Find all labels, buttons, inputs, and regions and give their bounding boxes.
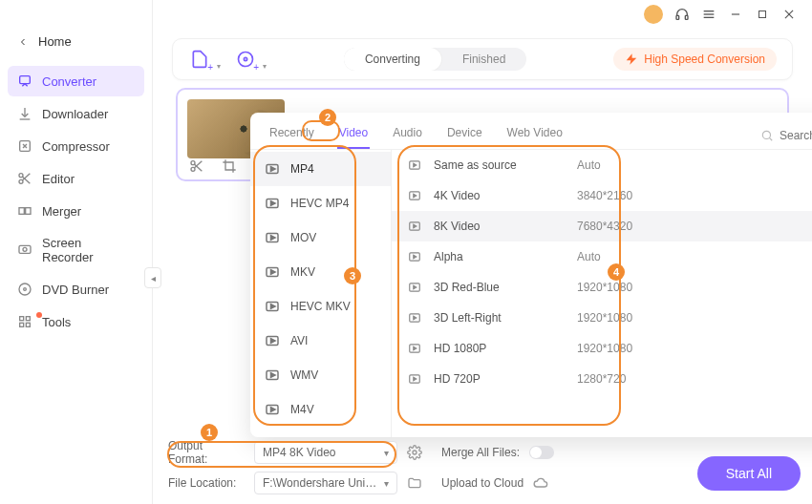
- format-m4v[interactable]: M4V: [250, 392, 391, 427]
- merger-icon: [17, 203, 32, 219]
- resolution-dim: 1920*1080: [577, 311, 720, 325]
- sidebar-home[interactable]: Home: [8, 29, 144, 54]
- format-avi[interactable]: AVI: [250, 324, 391, 358]
- tab-device[interactable]: Device: [445, 122, 484, 149]
- svg-rect-17: [19, 245, 31, 253]
- search-input[interactable]: [780, 129, 812, 142]
- output-format-label: Output Format:: [168, 439, 245, 466]
- crop-icon[interactable]: [222, 158, 237, 174]
- resolution-label: 8K Video: [434, 220, 577, 233]
- play-icon: [407, 341, 422, 356]
- video-format-icon: [264, 195, 281, 212]
- settings-icon[interactable]: [407, 445, 422, 460]
- converter-icon: [17, 74, 32, 89]
- format-label: HEVC MP4: [290, 197, 349, 210]
- sidebar-item-label: Downloader: [42, 107, 108, 121]
- format-search[interactable]: [760, 129, 812, 142]
- resolution-dim: Auto: [577, 250, 720, 263]
- svg-marker-47: [271, 373, 276, 378]
- svg-marker-45: [271, 339, 276, 344]
- video-format-icon: [264, 229, 281, 246]
- format-hevc-mp4[interactable]: HEVC MP4: [250, 186, 391, 220]
- resolution-dim: 3840*2160: [577, 189, 720, 202]
- tab-finished[interactable]: Finished: [441, 48, 526, 71]
- merge-all-label: Merge All Files:: [441, 446, 520, 459]
- resolution-label: 4K Video: [434, 189, 577, 202]
- resolution-label: HD 1080P: [434, 342, 577, 355]
- format-mp4[interactable]: MP4: [250, 152, 391, 186]
- format-mov[interactable]: MOV: [250, 220, 391, 255]
- file-location-select[interactable]: F:\Wondershare UniConverter 1 ▾: [254, 472, 397, 494]
- resolution-label: 3D Red-Blue: [434, 281, 577, 294]
- play-icon: [407, 188, 422, 203]
- chevron-left-icon: [17, 36, 29, 48]
- hsc-label: High Speed Conversion: [644, 52, 765, 66]
- svg-marker-53: [414, 194, 417, 198]
- sidebar-item-merger[interactable]: Merger: [8, 196, 144, 226]
- resolution-3d-left-right[interactable]: 3D Left-Right1920*1080: [392, 303, 812, 333]
- tab-web-video[interactable]: Web Video: [505, 122, 565, 149]
- sidebar-item-tools[interactable]: Tools: [8, 306, 144, 337]
- sidebar-item-label: Compressor: [42, 139, 110, 154]
- compressor-icon: [17, 138, 32, 154]
- upload-cloud-label: Upload to Cloud: [441, 476, 524, 490]
- sidebar-item-editor[interactable]: Editor: [8, 163, 144, 194]
- sidebar-item-compressor[interactable]: Compressor: [8, 131, 144, 161]
- svg-marker-27: [627, 53, 637, 65]
- format-wmv[interactable]: WMV: [250, 358, 391, 392]
- dvd-burner-icon: [17, 282, 32, 297]
- svg-marker-59: [414, 285, 417, 289]
- format-mkv[interactable]: MKV: [250, 255, 391, 289]
- play-icon: [407, 249, 422, 264]
- resolution-hd-720p[interactable]: HD 720P1280*720: [392, 364, 812, 394]
- tab-video[interactable]: Video: [337, 122, 370, 149]
- svg-rect-23: [20, 323, 24, 326]
- resolution-label: 3D Left-Right: [434, 311, 577, 325]
- resolution-hd-1080p[interactable]: HD 1080P1920*1080: [392, 333, 812, 364]
- tab-recently[interactable]: Recently: [267, 122, 316, 149]
- svg-rect-22: [26, 317, 30, 321]
- resolution-4k-video[interactable]: 4K Video3840*2160: [392, 180, 812, 211]
- sidebar-item-screen-recorder[interactable]: Screen Recorder: [8, 228, 144, 272]
- sidebar-item-label: Editor: [42, 172, 75, 186]
- downloader-icon: [17, 106, 32, 121]
- merge-all-toggle[interactable]: [529, 446, 554, 459]
- start-all-button[interactable]: Start All: [697, 456, 801, 491]
- cloud-icon[interactable]: [533, 475, 548, 491]
- sidebar-item-converter[interactable]: Converter: [8, 66, 144, 96]
- sidebar-item-downloader[interactable]: Downloader: [8, 98, 144, 129]
- resolution-list: Same as sourceAuto4K Video3840*21608K Vi…: [392, 150, 812, 437]
- format-label: MP4: [290, 162, 314, 176]
- add-files-button[interactable]: + ▾: [188, 48, 211, 71]
- add-dvd-button[interactable]: + ▾: [234, 48, 257, 71]
- svg-point-25: [239, 52, 253, 67]
- tab-audio[interactable]: Audio: [391, 122, 424, 149]
- chevron-down-icon: ▾: [384, 478, 389, 489]
- resolution-label: Same as source: [434, 158, 577, 172]
- resolution-label: Alpha: [434, 250, 577, 263]
- annotation-badge-2: 2: [319, 109, 336, 126]
- svg-marker-39: [271, 236, 276, 241]
- tools-icon: [17, 314, 32, 329]
- resolution-alpha[interactable]: AlphaAuto: [392, 242, 812, 272]
- file-location-label: File Location:: [168, 476, 245, 490]
- trim-icon[interactable]: [189, 158, 204, 174]
- sidebar-item-dvd-burner[interactable]: DVD Burner: [8, 274, 144, 304]
- tab-converting[interactable]: Converting: [344, 48, 441, 71]
- open-folder-icon[interactable]: [407, 475, 422, 491]
- svg-rect-15: [19, 208, 24, 215]
- svg-point-19: [19, 284, 31, 295]
- svg-point-32: [762, 131, 770, 138]
- svg-marker-63: [414, 346, 417, 350]
- resolution-dim: 7680*4320: [577, 220, 720, 233]
- output-format-select[interactable]: MP4 8K Video ▾: [254, 441, 397, 464]
- high-speed-conversion[interactable]: High Speed Conversion: [613, 48, 777, 71]
- svg-rect-24: [26, 323, 30, 326]
- format-hevc-mkv[interactable]: HEVC MKV: [250, 289, 391, 324]
- resolution-same-as-source[interactable]: Same as sourceAuto: [392, 150, 812, 180]
- format-popover: RecentlyVideoAudioDeviceWeb Video MP4HEV…: [250, 113, 812, 437]
- resolution-3d-red-blue[interactable]: 3D Red-Blue1920*1080: [392, 272, 812, 303]
- svg-point-66: [413, 451, 417, 454]
- resolution-8k-video[interactable]: 8K Video7680*4320: [392, 211, 812, 242]
- svg-marker-43: [271, 304, 276, 309]
